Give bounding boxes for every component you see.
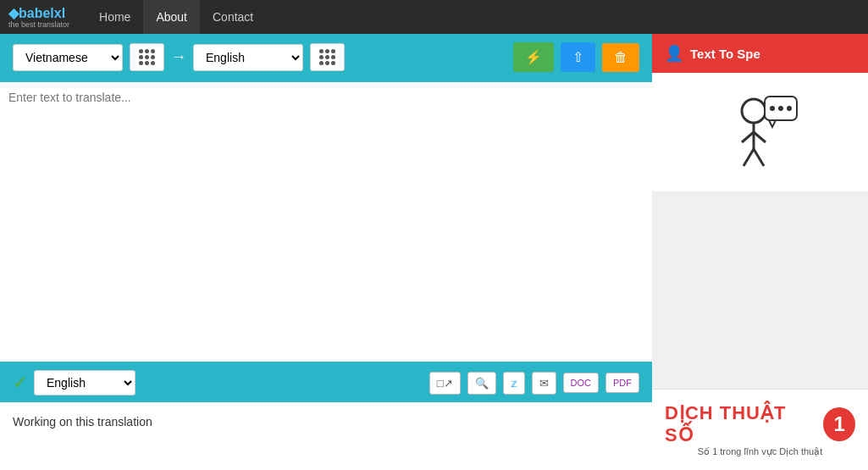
svg-point-8 <box>778 106 783 111</box>
grid-icon <box>139 49 155 65</box>
grid-icon-2 <box>319 49 335 65</box>
doc-icon: DOC <box>571 378 591 388</box>
svg-marker-10 <box>769 120 776 127</box>
input-textarea[interactable] <box>0 80 652 363</box>
tts-image-area <box>652 73 868 191</box>
ad-title: DỊCH THUẬT SỐ <box>665 402 812 446</box>
tts-label: Text To Spe <box>690 47 760 61</box>
check-icon: ✓ <box>13 373 27 393</box>
nav-home[interactable]: Home <box>86 0 143 34</box>
upload-icon: ⇧ <box>572 50 583 64</box>
nav-links: Home About Contact <box>86 0 266 34</box>
source-grid-button[interactable] <box>130 43 164 71</box>
target-grid-button[interactable] <box>310 43 345 71</box>
doc-button[interactable]: DOC <box>563 373 599 393</box>
target-language-select[interactable]: English Vietnamese French German Spanish <box>193 44 303 71</box>
brand-tagline: the best translator <box>8 21 69 29</box>
toolbar-bottom: ✓ English Vietnamese French German Spani… <box>0 363 652 402</box>
tts-illustration <box>718 90 803 174</box>
main-container: Vietnamese English French German Spanish… <box>0 34 868 470</box>
svg-line-2 <box>742 132 754 142</box>
output-language-select[interactable]: English Vietnamese French German Spanish <box>34 370 135 395</box>
source-language-select[interactable]: Vietnamese English French German Spanish <box>13 44 123 71</box>
pdf-icon: PDF <box>613 378 632 388</box>
search-button[interactable]: 🔍 <box>467 372 496 395</box>
delete-button[interactable]: 🗑 <box>602 43 639 72</box>
output-text: Working on this translation <box>13 415 152 429</box>
translator-panel: Vietnamese English French German Spanish… <box>0 34 652 470</box>
email-button[interactable]: ✉ <box>532 372 556 395</box>
svg-line-5 <box>754 149 764 166</box>
svg-point-7 <box>770 106 775 111</box>
upload-button[interactable]: ⇧ <box>561 42 595 72</box>
svg-point-9 <box>787 106 792 111</box>
toolbar-top: Vietnamese English French German Spanish… <box>0 34 652 80</box>
pdf-button[interactable]: PDF <box>605 373 639 393</box>
bolt-icon: ⚡ <box>525 50 542 64</box>
ad-subtitle: Số 1 trong lĩnh vực Dịch thuật <box>698 446 823 457</box>
brand-name: ◆babelxl <box>8 6 65 20</box>
brand-logo-area: ◆babelxl the best translator <box>8 5 69 29</box>
trash-icon: 🗑 <box>614 50 628 64</box>
right-sidebar: 👤 Text To Spe <box>652 34 868 470</box>
tts-banner[interactable]: 👤 Text To Spe <box>652 34 868 73</box>
svg-point-0 <box>742 99 766 123</box>
arrow-right-icon: → <box>171 48 186 66</box>
email-icon: ✉ <box>539 377 549 390</box>
share-button[interactable]: □↗ <box>429 372 461 395</box>
person-speech-icon: 👤 <box>665 44 683 63</box>
navbar: ◆babelxl the best translator Home About … <box>0 0 868 34</box>
bottom-ad: DỊCH THUẬT SỐ 1 Số 1 trong lĩnh vực Dịch… <box>652 389 868 470</box>
output-area: Working on this translation <box>0 402 652 470</box>
search-icon: 🔍 <box>475 377 489 390</box>
nav-about[interactable]: About <box>143 0 200 34</box>
translate-button[interactable]: ⚡ <box>513 42 554 72</box>
twitter-button[interactable]: 𝕫 <box>503 372 525 395</box>
svg-line-4 <box>744 149 754 166</box>
share-icon: □↗ <box>437 377 453 390</box>
svg-line-3 <box>754 132 766 142</box>
twitter-icon: 𝕫 <box>511 377 517 390</box>
nav-contact[interactable]: Contact <box>200 0 266 34</box>
speech-figure <box>718 90 803 174</box>
ad-number: 1 <box>823 407 855 441</box>
